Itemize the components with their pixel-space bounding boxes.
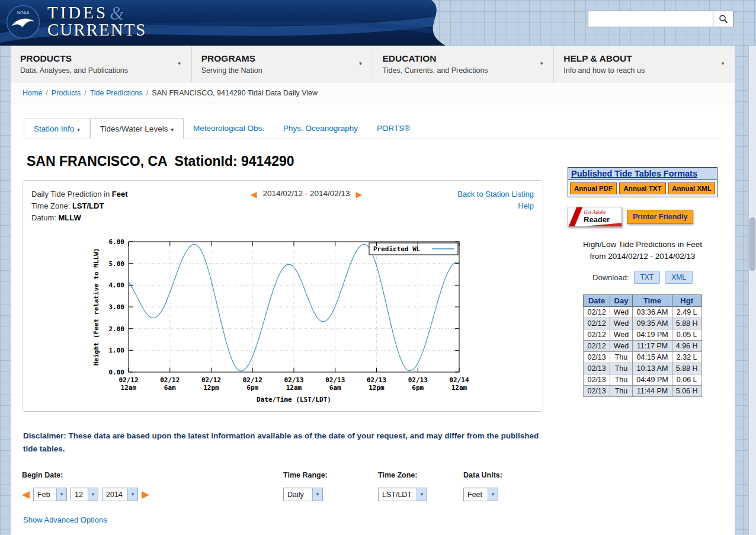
tide-prediction-chart: Predicted WL0.001.002.003.004.005.006.00… xyxy=(91,232,475,406)
cell-time: 10:13 AM xyxy=(633,363,672,374)
svg-text:0.00: 0.00 xyxy=(109,369,125,376)
sidebar: Published Tide Tables Formats Annual PDF… xyxy=(568,167,717,397)
svg-text:Date/Time (LST/LDT): Date/Time (LST/LDT) xyxy=(257,396,331,403)
nav-item-education[interactable]: EDUCATION Tides, Currents, and Predictio… xyxy=(373,46,555,82)
cell-date: 02/13 xyxy=(584,363,610,374)
table-row: 02/13Thu04:49 PM0.06 L xyxy=(584,374,701,386)
nav-item-help-about[interactable]: HELP & ABOUT Info and how to reach us ▼ xyxy=(554,46,735,82)
data-units-value: Feet xyxy=(464,488,488,501)
breadcrumb-tide-predictions[interactable]: Tide Predictions xyxy=(90,89,143,97)
site-logo-title[interactable]: TIDES& CURRENTS xyxy=(47,2,146,40)
svg-text:2.00: 2.00 xyxy=(109,325,125,333)
cell-time: 09:35 AM xyxy=(633,318,672,329)
annual-txt-button[interactable]: Annual TXT xyxy=(619,182,666,194)
svg-text:6am: 6am xyxy=(164,384,176,392)
cell-time: 04:19 PM xyxy=(633,329,672,341)
download-txt-button[interactable]: TXT xyxy=(634,271,661,284)
date-range: 2014/02/12 - 2014/02/13 xyxy=(262,189,350,198)
left-column: SAN FRANCISCO, CA StationId: 9414290 Dai… xyxy=(11,153,554,535)
show-advanced-options-link[interactable]: Show Advanced Options xyxy=(23,515,107,524)
time-range-select[interactable]: Daily ▼ xyxy=(283,488,323,501)
tab-meteorological-obs[interactable]: Meteorological Obs. xyxy=(184,118,274,139)
cell-date: 02/12 xyxy=(584,307,610,318)
cell-day: Wed xyxy=(610,341,632,352)
vertical-scrollbar[interactable] xyxy=(748,46,756,535)
breadcrumb-separator: / xyxy=(46,89,47,97)
cell-time: 04:49 PM xyxy=(633,374,672,386)
nav-item-products[interactable]: PRODUCTS Data, Analyses, and Publication… xyxy=(11,46,192,82)
adobe-line1: Get Adobe xyxy=(584,209,610,215)
cell-day: Thu xyxy=(610,386,632,397)
annual-xml-button[interactable]: Annual XML xyxy=(668,182,715,194)
prev-day-button[interactable]: ◀ xyxy=(22,489,30,500)
year-select[interactable]: 2014 ▼ xyxy=(102,488,138,501)
chevron-down-icon: ▼ xyxy=(127,488,137,501)
timezone-value: LST/LDT xyxy=(72,201,104,210)
time-range-label: Time Range: xyxy=(283,471,378,479)
annual-pdf-button[interactable]: Annual PDF xyxy=(570,182,617,194)
content-area: PRODUCTS Data, Analyses, and Publication… xyxy=(11,46,735,535)
chevron-down-icon: ▼ xyxy=(358,61,363,66)
breadcrumb-products[interactable]: Products xyxy=(52,89,81,97)
page: NOAA TIDES& CURRENTS PRODUCT xyxy=(0,0,756,535)
next-date-button[interactable]: ▶ xyxy=(356,189,363,200)
nav-item-title: HELP & ABOUT xyxy=(563,53,645,64)
svg-text:02/12: 02/12 xyxy=(201,376,221,384)
svg-text:1.00: 1.00 xyxy=(109,347,125,354)
timezone-label: Time Zone: xyxy=(31,201,70,210)
breadcrumb-home[interactable]: Home xyxy=(23,89,42,97)
prediction-units: Feet xyxy=(112,190,128,198)
time-zone-label: Time Zone: xyxy=(378,471,463,479)
prediction-label: Daily Tide Prediction in xyxy=(31,190,110,198)
time-zone-select[interactable]: LST/LDT ▼ xyxy=(378,488,427,501)
chevron-down-icon: ▼ xyxy=(56,488,66,501)
svg-text:3.00: 3.00 xyxy=(109,303,125,311)
main-body: Station Info▾ Tides/Water Levels▾ Meteor… xyxy=(11,118,735,535)
tab-phys-oceanography[interactable]: Phys. Oceanography xyxy=(274,118,367,139)
col-header-hgt: Hgt xyxy=(672,295,701,307)
help-link[interactable]: Help xyxy=(430,200,534,212)
search-button[interactable] xyxy=(713,11,733,27)
svg-text:12pm: 12pm xyxy=(369,384,385,392)
date-navigation: ◀ 2014/02/12 - 2014/02/13 ▶ xyxy=(182,188,430,224)
caption-line1: High/Low Tide Predictions in Feet xyxy=(568,239,717,251)
cell-hgt: 0.06 L xyxy=(672,374,701,386)
prev-date-button[interactable]: ◀ xyxy=(251,189,257,200)
cell-date: 02/13 xyxy=(584,386,610,397)
search-input[interactable] xyxy=(588,11,713,27)
svg-text:12am: 12am xyxy=(451,384,467,392)
scrollbar-thumb[interactable] xyxy=(749,217,755,271)
brand-currents: CURRENTS xyxy=(47,20,146,40)
cell-day: Wed xyxy=(610,318,632,329)
data-units-label: Data Units: xyxy=(463,471,502,479)
next-day-button[interactable]: ▶ xyxy=(142,489,149,500)
noaa-logo[interactable]: NOAA xyxy=(6,5,40,41)
tab-station-info[interactable]: Station Info▾ xyxy=(24,118,90,139)
tab-label: Tides/Water Levels xyxy=(100,124,168,133)
search-icon xyxy=(719,14,728,24)
svg-text:Predicted WL: Predicted WL xyxy=(373,245,421,253)
adobe-reader-badge[interactable]: Get Adobe Reader xyxy=(568,207,622,227)
back-to-station-listing-link[interactable]: Back to Station Listing xyxy=(430,188,534,200)
chevron-down-icon: ▾ xyxy=(171,127,174,133)
day-select[interactable]: 12 ▼ xyxy=(71,488,98,501)
table-row: 02/12Wed03:36 AM2.49 L xyxy=(584,307,701,318)
nav-item-programs[interactable]: PROGRAMS Serving the Nation ▼ xyxy=(192,46,373,82)
printer-friendly-button[interactable]: Printer Friendly xyxy=(627,210,693,224)
tab-label: PORTS® xyxy=(377,124,410,133)
tab-tides-water-levels[interactable]: Tides/Water Levels▾ xyxy=(90,118,184,139)
cell-hgt: 4.96 H xyxy=(672,341,701,352)
svg-text:02/12: 02/12 xyxy=(118,376,138,384)
download-xml-button[interactable]: XML xyxy=(665,271,693,284)
cell-day: Thu xyxy=(610,374,632,386)
table-row: 02/12Wed04:19 PM0.05 L xyxy=(584,329,701,341)
adobe-line2: Reader xyxy=(584,215,610,224)
svg-text:12pm: 12pm xyxy=(203,384,219,392)
data-units-select[interactable]: Feet ▼ xyxy=(463,488,498,501)
tab-ports[interactable]: PORTS® xyxy=(367,118,419,139)
month-select[interactable]: Feb ▼ xyxy=(33,488,67,501)
begin-date-label: Begin Date: xyxy=(22,471,283,479)
svg-text:6pm: 6pm xyxy=(412,384,424,392)
cell-time: 03:36 AM xyxy=(633,307,672,318)
published-tide-tables-title[interactable]: Published Tide Tables Formats xyxy=(568,168,717,180)
